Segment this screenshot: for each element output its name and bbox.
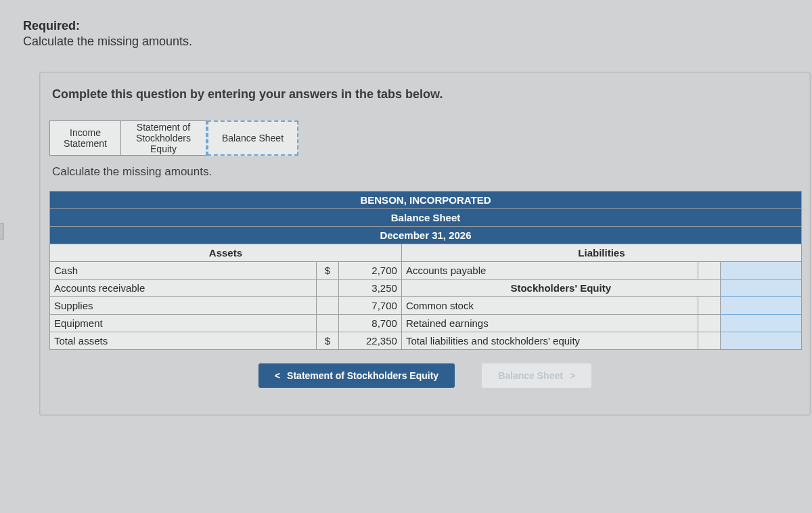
question-panel: Complete this question by entering your … — [39, 72, 811, 416]
prev-tab-button[interactable]: < Statement of Stockholders Equity — [258, 363, 455, 388]
required-title: Required: — [23, 19, 812, 33]
company-name: BENSON, INCORPORATED — [50, 192, 802, 209]
value-input[interactable] — [720, 297, 801, 315]
chevron-left-icon: < — [275, 370, 280, 381]
row-label: Supplies — [50, 297, 317, 315]
table-row: Supplies 7,700 Common stock — [50, 297, 802, 315]
row-value: 7,700 — [338, 297, 401, 315]
required-block: Required: Calculate the missing amounts. — [23, 19, 812, 49]
assets-header: Assets — [50, 244, 402, 262]
row-label: Cash — [50, 262, 317, 280]
currency-symbol: $ — [317, 332, 339, 350]
value-input[interactable] — [720, 332, 801, 350]
balance-sheet-table: BENSON, INCORPORATED Balance Sheet Decem… — [49, 191, 802, 350]
currency-symbol-input[interactable] — [698, 332, 720, 350]
adjacent-card-edge — [0, 223, 4, 240]
tabs-prompt: Complete this question by entering your … — [40, 87, 810, 120]
currency-symbol — [317, 315, 339, 332]
liabilities-header: Liabilities — [401, 244, 801, 262]
tab-income-statement[interactable]: Income Statement — [49, 120, 120, 156]
row-label: Common stock — [401, 297, 698, 315]
row-label: Accounts receivable — [50, 280, 317, 297]
tab-instruction: Calculate the missing amounts. — [52, 165, 810, 179]
currency-symbol-input[interactable] — [698, 315, 720, 332]
row-value: 8,700 — [338, 315, 401, 332]
currency-symbol-input[interactable] — [698, 297, 720, 315]
value-input[interactable] — [720, 315, 801, 332]
row-label: Total liabilities and stockholders' equi… — [401, 332, 698, 350]
sheet-title: Balance Sheet — [50, 209, 802, 227]
table-row: Equipment 8,700 Retained earnings — [50, 315, 802, 332]
row-label: Retained earnings — [401, 315, 698, 332]
currency-symbol — [317, 280, 339, 297]
currency-symbol — [317, 297, 339, 315]
tab-balance-sheet[interactable]: Balance Sheet — [207, 120, 298, 156]
table-row: Cash $ 2,700 Accounts payable — [50, 262, 802, 280]
row-value: 22,350 — [338, 332, 401, 350]
row-label: Total assets — [50, 332, 317, 350]
currency-symbol: $ — [317, 262, 339, 280]
table-row: Accounts receivable 3,250 Stockholders' … — [50, 280, 802, 297]
row-value: 3,250 — [338, 280, 401, 297]
tab-statement-stockholders-equity[interactable]: Statement of Stockholders Equity — [120, 120, 207, 156]
value-input[interactable] — [720, 280, 801, 297]
row-label: Equipment — [50, 315, 317, 332]
stockholders-equity-header: Stockholders' Equity — [401, 280, 720, 297]
chevron-right-icon: > — [570, 370, 575, 381]
sheet-date: December 31, 2026 — [50, 227, 802, 244]
currency-symbol-input[interactable] — [698, 262, 720, 280]
required-subtitle: Calculate the missing amounts. — [23, 35, 812, 49]
next-tab-button: Balance Sheet > — [482, 363, 591, 388]
row-label: Accounts payable — [401, 262, 698, 280]
prev-tab-label: Statement of Stockholders Equity — [287, 370, 438, 381]
tab-nav-bar: < Statement of Stockholders Equity Balan… — [40, 363, 810, 388]
next-tab-label: Balance Sheet — [498, 370, 563, 381]
value-input[interactable] — [720, 262, 801, 280]
table-row: Total assets $ 22,350 Total liabilities … — [50, 332, 802, 350]
row-value: 2,700 — [338, 262, 401, 280]
tab-bar: Income Statement Statement of Stockholde… — [49, 120, 810, 156]
